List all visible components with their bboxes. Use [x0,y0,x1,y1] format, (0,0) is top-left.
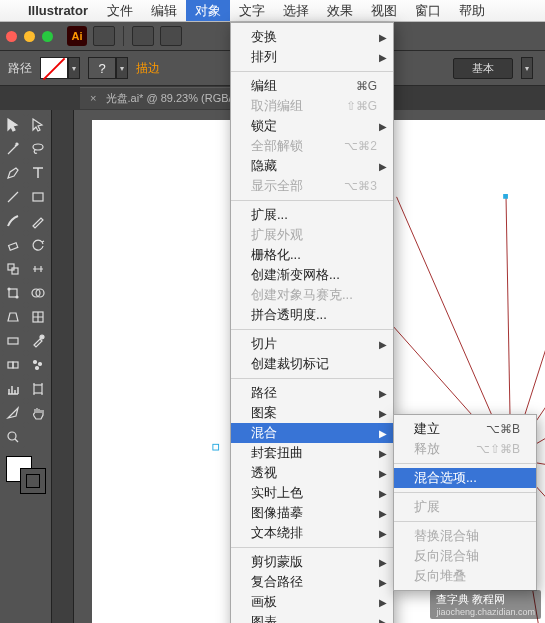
rect-tool[interactable] [27,186,50,208]
document-tab[interactable]: × 光盘.ai* @ 89.23% (RGB/预 [80,87,253,109]
blend-tool[interactable] [2,354,25,376]
magic-wand-tool[interactable] [2,138,25,160]
blend-menu-item[interactable]: 建立⌥⌘B [394,419,536,439]
menu-文字[interactable]: 文字 [230,0,274,21]
menu-窗口[interactable]: 窗口 [406,0,450,21]
mesh-tool[interactable] [27,306,50,328]
free-transform-tool[interactable] [2,282,25,304]
menu-item-label: 封套扭曲 [251,444,303,462]
perspective-tool[interactable] [2,306,25,328]
shortcut-label: ⌥⌘B [458,422,520,436]
menu-item-label: 实时上色 [251,484,303,502]
menu-帮助[interactable]: 帮助 [450,0,494,21]
zoom-icon[interactable] [42,31,53,42]
menu-视图[interactable]: 视图 [362,0,406,21]
artboard-tool[interactable] [27,378,50,400]
line-tool[interactable] [2,186,25,208]
menu-item-label: 释放 [414,440,440,458]
object-menu-item[interactable]: 扩展... [231,205,393,225]
menu-效果[interactable]: 效果 [318,0,362,21]
close-tab-icon[interactable]: × [90,92,96,104]
svg-point-18 [35,367,38,370]
width-tool[interactable] [27,258,50,280]
gradient-tool[interactable] [2,330,25,352]
object-menu-item[interactable]: 图表▶ [231,612,393,623]
submenu-arrow-icon: ▶ [379,339,387,350]
hand-tool[interactable] [27,402,50,424]
app-name[interactable]: Illustrator [18,3,98,18]
svg-point-7 [8,288,10,290]
eraser-tool[interactable] [2,234,25,256]
shortcut-label: ⌥⇧⌘B [448,442,520,456]
arrange-docs-icon[interactable] [132,26,154,46]
watermark: 查字典 教程网 jiaocheng.chazidian.com [430,590,541,619]
submenu-arrow-icon: ▶ [379,428,387,439]
graphic-style[interactable]: 基本 [453,58,513,79]
minimize-icon[interactable] [24,31,35,42]
object-menu-item[interactable]: 剪切蒙版▶ [231,552,393,572]
svg-rect-19 [34,385,42,393]
brush-tool[interactable] [2,210,25,232]
object-menu: 变换▶排列▶编组⌘G取消编组⇧⌘G锁定▶全部解锁⌥⌘2隐藏▶显示全部⌥⌘3扩展.… [230,22,394,623]
object-menu-item[interactable]: 变换▶ [231,27,393,47]
object-menu-item[interactable]: 复合路径▶ [231,572,393,592]
menu-item-label: 创建对象马赛克... [251,286,353,304]
fill-stroke-control[interactable] [2,454,49,496]
menu-item-label: 图案 [251,404,277,422]
pencil-tool[interactable] [27,210,50,232]
blend-menu-item[interactable]: 混合选项... [394,468,536,488]
svg-rect-15 [13,362,18,368]
direct-select-tool[interactable] [27,114,50,136]
fill-dropdown[interactable]: ▾ [68,57,80,79]
menu-item-label: 栅格化... [251,246,301,264]
object-menu-item[interactable]: 编组⌘G [231,76,393,96]
menu-item-label: 复合路径 [251,573,303,591]
symbol-spray-tool[interactable] [27,354,50,376]
shape-builder-tool[interactable] [27,282,50,304]
menu-选择[interactable]: 选择 [274,0,318,21]
object-menu-item[interactable]: 图案▶ [231,403,393,423]
fill-swatch[interactable] [40,57,68,79]
close-icon[interactable] [6,31,17,42]
object-menu-item[interactable]: 图像描摹▶ [231,503,393,523]
object-menu-item[interactable]: 切片▶ [231,334,393,354]
object-menu-item[interactable]: 透视▶ [231,463,393,483]
slice-tool[interactable] [2,402,25,424]
submenu-arrow-icon: ▶ [379,52,387,63]
rotate-tool[interactable] [27,234,50,256]
object-menu-item[interactable]: 拼合透明度... [231,305,393,325]
menu-item-label: 图表 [251,613,277,623]
selection-tool[interactable] [2,114,25,136]
scale-tool[interactable] [2,258,25,280]
collapsed-panel[interactable] [52,110,74,623]
stroke-dropdown[interactable]: ▾ [116,57,128,79]
eyedropper-tool[interactable] [27,330,50,352]
object-menu-item[interactable]: 画板▶ [231,592,393,612]
graphic-style-dropdown[interactable]: ▾ [521,57,533,79]
lasso-tool[interactable] [27,138,50,160]
object-menu-item[interactable]: 创建裁切标记 [231,354,393,374]
stroke-swatch[interactable]: ? [88,57,116,79]
pen-tool[interactable] [2,162,25,184]
menu-编辑[interactable]: 编辑 [142,0,186,21]
object-menu-item[interactable]: 封套扭曲▶ [231,443,393,463]
stroke-link[interactable]: 描边 [136,60,160,77]
object-menu-item[interactable]: 栅格化... [231,245,393,265]
object-menu-item[interactable]: 排列▶ [231,47,393,67]
type-tool[interactable] [27,162,50,184]
zoom-tool[interactable] [2,426,25,448]
menu-item-label: 切片 [251,335,277,353]
bridge-icon[interactable] [93,26,115,46]
object-menu-item[interactable]: 隐藏▶ [231,156,393,176]
menu-文件[interactable]: 文件 [98,0,142,21]
object-menu-item[interactable]: 实时上色▶ [231,483,393,503]
object-menu-item[interactable]: 路径▶ [231,383,393,403]
object-menu-item[interactable]: 混合▶ [231,423,393,443]
graph-tool[interactable] [2,378,25,400]
object-menu-item[interactable]: 文本绕排▶ [231,523,393,543]
menu-item-label: 画板 [251,593,277,611]
screen-mode-icon[interactable] [160,26,182,46]
object-menu-item[interactable]: 锁定▶ [231,116,393,136]
menu-对象[interactable]: 对象 [186,0,230,21]
object-menu-item[interactable]: 创建渐变网格... [231,265,393,285]
